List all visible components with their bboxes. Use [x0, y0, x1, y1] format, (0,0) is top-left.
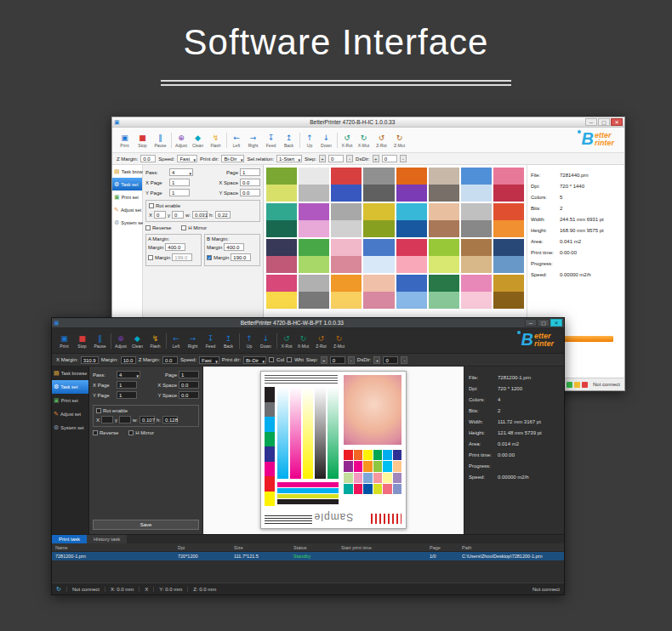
a-margin1-input[interactable]: 400.0 [165, 243, 185, 251]
column-header-start-print-time[interactable]: Start print time [341, 545, 430, 550]
column-header-name[interactable]: Name [52, 545, 178, 550]
print-preview-image[interactable]: Sample [260, 371, 407, 529]
sidebar-item-task-browse[interactable]: ▤ Task browse [112, 165, 142, 178]
sidebar-item-system-set[interactable]: ⚙ System set [112, 216, 142, 229]
toolbar-button[interactable]: ← Left [226, 133, 244, 148]
step-plus-button[interactable]: + [321, 356, 327, 364]
preview-thumbnail[interactable] [493, 275, 524, 309]
step-minus-button[interactable]: - [348, 356, 355, 364]
toolbar-button[interactable]: ← Left [166, 333, 184, 349]
preview-thumbnail[interactable] [299, 275, 329, 309]
z-margin-input[interactable]: 0.0 [162, 356, 178, 364]
margin-input[interactable]: 10.0 [121, 356, 136, 364]
preview-thumbnail[interactable] [396, 275, 427, 309]
w-input[interactable]: 0.107 [140, 416, 155, 424]
y-page-input[interactable]: 1 [169, 189, 190, 196]
x-space-input[interactable]: 0.0 [179, 381, 199, 389]
toolbar-button[interactable]: ↻ Z-Mut [390, 133, 408, 148]
toolbar-button[interactable]: ↺ Z-Rot [312, 333, 330, 349]
maximize-button[interactable]: ▢ [538, 319, 550, 327]
toolbar-button[interactable]: ↻ Z-Mut [330, 333, 348, 349]
pass-select[interactable]: 4 [117, 371, 140, 378]
sidebar-item-task-browse[interactable]: ▤ Task browse [52, 367, 88, 380]
x-page-input[interactable]: 1 [117, 381, 137, 389]
x-input[interactable]: 0 [154, 211, 166, 219]
toolbar-button[interactable]: → Right [184, 333, 202, 349]
preview-thumbnail[interactable] [363, 239, 394, 273]
rot-enable-checkbox[interactable] [96, 408, 101, 413]
toolbar-button[interactable]: ↺ Z-Rot [373, 133, 390, 148]
sidebar-item-adjust-set[interactable]: ✎ Adjust set [52, 407, 88, 421]
toolbar-button[interactable]: ↺ X-Rot [337, 133, 355, 148]
preview-thumbnail[interactable] [363, 203, 394, 237]
toolbar-button[interactable]: ↑ Up [239, 333, 257, 349]
x-margin-input[interactable]: 310.9 [81, 356, 99, 364]
title-bar[interactable]: ▣ BetterPrinter 4720-B-HC-W-B-PT 1.0.0.3… [52, 318, 564, 328]
h-mirror-checkbox[interactable] [181, 225, 186, 230]
toolbar-button[interactable]: ⊕ Adjust [111, 333, 128, 349]
preview-thumbnail[interactable] [331, 168, 362, 202]
preview-thumbnail[interactable] [266, 239, 297, 273]
b-margin2-checkbox[interactable] [207, 255, 212, 260]
preview-thumbnail[interactable] [493, 239, 524, 273]
toolbar-button[interactable]: ↻ X-Mut [294, 333, 312, 349]
sel-relation-select[interactable]: 1-Start [276, 155, 302, 162]
preview-thumbnail[interactable] [299, 239, 329, 273]
page-input[interactable]: 1 [240, 168, 260, 176]
preview-thumbnail[interactable] [396, 239, 427, 273]
w-input[interactable]: 0.031 [192, 211, 208, 219]
tab-history-task[interactable]: History task [87, 535, 127, 543]
preview-thumbnail[interactable] [461, 239, 492, 273]
toolbar-button[interactable]: ↧ Feed [262, 133, 280, 148]
x-page-input[interactable]: 1 [169, 179, 190, 186]
preview-thumbnail[interactable] [266, 275, 297, 309]
preview-thumbnail[interactable] [461, 275, 492, 309]
step-plus-button[interactable]: + [319, 155, 326, 162]
preview-thumbnail[interactable] [299, 168, 329, 202]
toolbar-button[interactable]: ↧ Feed [202, 333, 219, 349]
toolbar-button[interactable]: ↥ Back [280, 133, 298, 148]
preview-thumbnail[interactable] [429, 203, 459, 237]
toolbar-button[interactable]: ↻ X-Mut [355, 133, 373, 148]
minimize-button[interactable]: ─ [585, 118, 597, 126]
col-checkbox[interactable] [269, 357, 274, 362]
dsdir-minus-button[interactable]: - [400, 155, 407, 162]
preview-thumbnail[interactable] [331, 239, 362, 273]
sidebar-item-adjust-set[interactable]: ✎ Adjust set [112, 203, 142, 216]
z-margin-input[interactable]: 0.0 [140, 155, 156, 162]
a-margin2-input[interactable]: 199.0 [172, 253, 192, 261]
sidebar-item-task-set[interactable]: ⚙ Task set [112, 178, 142, 190]
sidebar-item-print-set[interactable]: ▣ Print set [112, 190, 142, 203]
close-button[interactable]: ✕ [550, 319, 562, 327]
y-space-input[interactable]: 0.0 [179, 391, 199, 399]
print-dir-select[interactable]: Bi-Dir [243, 356, 266, 364]
preview-thumbnail[interactable] [461, 203, 492, 237]
reverse-checkbox[interactable] [145, 225, 151, 230]
preview-thumbnail[interactable] [493, 168, 524, 202]
preview-thumbnail[interactable] [429, 239, 459, 273]
close-button[interactable]: ✕ [611, 118, 623, 126]
toolbar-button[interactable]: ↓ Down [257, 333, 275, 349]
preview-thumbnail[interactable] [429, 168, 459, 202]
speed-select[interactable]: Fast [177, 155, 197, 162]
b-margin1-input[interactable]: 400.0 [224, 243, 244, 251]
y-input[interactable]: 0 [172, 211, 184, 219]
preview-thumbnail[interactable] [363, 168, 394, 202]
toolbar-button[interactable]: ◆ Clean [128, 333, 146, 349]
status-icon[interactable] [582, 382, 588, 388]
toolbar-button[interactable]: ↺ X-Rot [276, 333, 294, 349]
h-input[interactable]: 0.22 [215, 211, 231, 219]
maximize-button[interactable]: ▢ [598, 118, 610, 126]
toolbar-button[interactable]: ▣ Print [55, 333, 73, 349]
dsdir-plus-button[interactable]: + [373, 155, 379, 162]
minimize-button[interactable]: ─ [525, 319, 537, 327]
speed-select[interactable]: Fast [199, 356, 219, 364]
step-input[interactable]: 0 [328, 155, 344, 162]
status-icon[interactable] [567, 382, 572, 388]
title-bar[interactable]: ▣ BetterPrinter 4720-B-H-IC 1.0.0.33 ─ ▢… [112, 117, 624, 128]
pass-select[interactable]: 4 [169, 168, 193, 176]
preview-thumbnail[interactable] [461, 168, 492, 202]
column-header-status[interactable]: Status [293, 545, 341, 550]
column-header-page[interactable]: Page [430, 545, 462, 550]
preview-thumbnail[interactable] [299, 203, 329, 237]
